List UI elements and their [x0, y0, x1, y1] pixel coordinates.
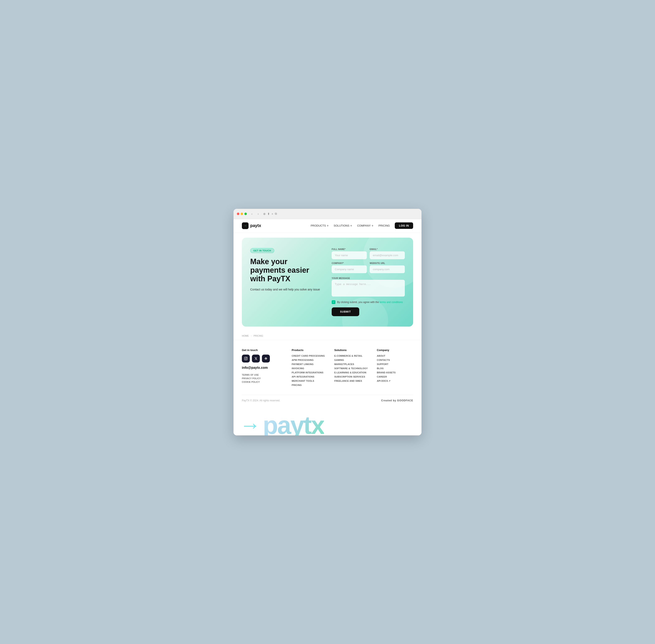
cookie-policy-link[interactable]: COOKIE POLICY [242, 381, 286, 383]
footer-link-merchant[interactable]: MERCHANT TOOLS [292, 380, 328, 382]
hero-left: GET IN TOUCH Make your payments easier w… [250, 248, 323, 316]
dot-green[interactable] [244, 212, 247, 215]
checkbox-checked-icon[interactable]: ✓ [332, 300, 335, 304]
footer-link-invoicing[interactable]: INVOICING [292, 367, 328, 370]
hero-title: Make your payments easier with PayTX [250, 257, 323, 283]
footer-link-subscription[interactable]: SUBSCRIPTION SERVICES [334, 375, 370, 378]
footer-link-apm[interactable]: APM PROCESSING [292, 359, 328, 361]
breadcrumb-home[interactable]: HOME [242, 335, 249, 337]
footer-legal-links: TERMS OF USE PRIVACY POLICY COOKIE POLIC… [242, 374, 286, 383]
footer-link-contacts[interactable]: CONTACTS [377, 359, 413, 361]
footer-bottom: PayTX © 2024. All rights reserved. Creat… [242, 395, 413, 402]
instagram-icon[interactable] [242, 354, 250, 363]
twitter-x-icon[interactable] [252, 354, 260, 363]
dot-yellow[interactable] [241, 212, 243, 215]
message-label: YOUR MESSAGE [332, 277, 350, 279]
full-name-group: FULL NAME* [332, 248, 367, 259]
footer-link-credit-card[interactable]: CREDIT CARD PROCESSING [292, 354, 328, 357]
watermark-logo: → paytx [240, 411, 324, 435]
footer-contact-col: Get in touch [242, 348, 286, 386]
submit-button[interactable]: SUBMIT [332, 307, 359, 316]
form-row-1: FULL NAME* EMAIL* [332, 248, 405, 259]
company-group: COMPANY* [332, 262, 367, 273]
browser-chrome: ‹ › ⊕ ⬆ + ⧉ [233, 209, 422, 219]
footer-link-blog[interactable]: BLOG [377, 367, 413, 370]
terms-link[interactable]: terms and conditions [380, 301, 403, 304]
back-button[interactable]: ‹ [249, 211, 254, 216]
watermark-text: paytx [263, 411, 324, 435]
nav-company[interactable]: COMPANY + [357, 224, 374, 228]
footer-link-api-docs[interactable]: API DOCS ↗ [377, 380, 413, 382]
website-input[interactable] [370, 266, 405, 273]
footer-company-title: Company [377, 348, 413, 352]
message-textarea[interactable] [332, 280, 405, 297]
globe-icon: ⊕ [263, 212, 266, 215]
nav-products[interactable]: PRODUCTS + [311, 224, 329, 228]
get-in-touch-badge: GET IN TOUCH [250, 248, 274, 253]
company-label: COMPANY* [332, 262, 367, 264]
footer-link-pricing[interactable]: PRICING [292, 384, 328, 386]
logo-icon: → [242, 223, 249, 229]
nav-solutions[interactable]: SOLUTIONS + [334, 224, 352, 228]
footer-link-elearning[interactable]: E-LEARNING & EDUCATION [334, 371, 370, 374]
email-group: EMAIL* [370, 248, 405, 259]
footer-grid: Get in touch [242, 348, 413, 386]
browser-tools: ⊕ ⬆ + ⧉ [263, 212, 277, 215]
email-label: EMAIL* [370, 248, 405, 250]
footer-solutions-links: E-COMMERCE & RETAIL GAMING MARKETPLACES … [334, 354, 370, 382]
footer-copyright: PayTX © 2024. All rights reserved. [242, 399, 280, 402]
form-row-2: COMPANY* WEBSITE URL [332, 262, 405, 273]
footer-company-col: Company ABOUT CONTACTS SUPPORT BLOG BRAN… [377, 348, 413, 386]
facebook-icon[interactable] [262, 354, 270, 363]
browser-window: ‹ › ⊕ ⬆ + ⧉ → paytx PRODUCTS + [233, 209, 422, 435]
company-input[interactable] [332, 266, 367, 273]
website-group: WEBSITE URL [370, 262, 405, 273]
browser-nav: ‹ › [249, 211, 261, 216]
terms-of-use-link[interactable]: TERMS OF USE [242, 374, 286, 376]
footer-link-api[interactable]: API INTEGRATIONS [292, 375, 328, 378]
watermark-arrow-icon: → [240, 413, 261, 435]
share-icon: ⬆ [267, 212, 270, 215]
checkbox-row: ✓ By clicking submit, you agree with the… [332, 300, 405, 304]
footer-link-platform[interactable]: PLATFORM INTEGRATIONS [292, 371, 328, 374]
footer-company-links: ABOUT CONTACTS SUPPORT BLOG BRAND ASSETS… [377, 354, 413, 382]
message-group: YOUR MESSAGE [332, 276, 405, 297]
footer-link-gaming[interactable]: GAMING [334, 359, 370, 361]
logo-text: paytx [250, 223, 261, 228]
navbar: → paytx PRODUCTS + SOLUTIONS + COMPANY + [233, 219, 422, 233]
checkbox-text: By clicking submit, you agree with the t… [337, 301, 403, 304]
email-input[interactable] [370, 251, 405, 259]
dot-red[interactable] [237, 212, 239, 215]
breadcrumb-separator: → [250, 335, 252, 337]
footer-link-payment-linking[interactable]: PAYMENT LINKING [292, 363, 328, 365]
browser-content: → paytx PRODUCTS + SOLUTIONS + COMPANY + [233, 219, 422, 435]
footer-link-career[interactable]: CAREER [377, 375, 413, 378]
footer-link-support[interactable]: SUPPORT [377, 363, 413, 365]
tabs-icon: ⧉ [275, 212, 277, 215]
footer-link-marketplaces[interactable]: MARKETPLACES [334, 363, 370, 365]
footer-solutions-col: Solutions E-COMMERCE & RETAIL GAMING MAR… [334, 348, 370, 386]
footer-link-freelance[interactable]: FREELANCE AND SMES [334, 380, 370, 382]
footer-products-col: Products CREDIT CARD PROCESSING APM PROC… [292, 348, 328, 386]
footer-contact-title: Get in touch [242, 348, 286, 352]
footer-link-ecommerce[interactable]: E-COMMERCE & RETAIL [334, 354, 370, 357]
website-label: WEBSITE URL [370, 262, 405, 264]
footer-products-links: CREDIT CARD PROCESSING APM PROCESSING PA… [292, 354, 328, 386]
privacy-policy-link[interactable]: PRIVACY POLICY [242, 377, 286, 380]
hero-subtitle: Contact us today and we will help you so… [250, 288, 323, 292]
forward-button[interactable]: › [256, 211, 261, 216]
footer-solutions-title: Solutions [334, 348, 370, 352]
contact-form: FULL NAME* EMAIL* COMPANY* WEBSITE URL [332, 248, 405, 316]
footer: Get in touch [233, 340, 422, 408]
footer-link-brand[interactable]: BRAND ASSETS [377, 371, 413, 374]
nav-pricing[interactable]: PRICING [379, 224, 390, 227]
footer-link-software[interactable]: SOFTWARE & TECHNOLOGY [334, 367, 370, 370]
add-tab-icon: + [272, 212, 273, 215]
login-button[interactable]: LOG IN [395, 223, 413, 229]
footer-products-title: Products [292, 348, 328, 352]
full-name-input[interactable] [332, 251, 367, 259]
footer-creator: Created by GOODFACE [381, 399, 413, 402]
logo[interactable]: → paytx [242, 223, 261, 229]
footer-link-about[interactable]: ABOUT [377, 354, 413, 357]
footer-email[interactable]: info@paytx.com [242, 366, 286, 370]
